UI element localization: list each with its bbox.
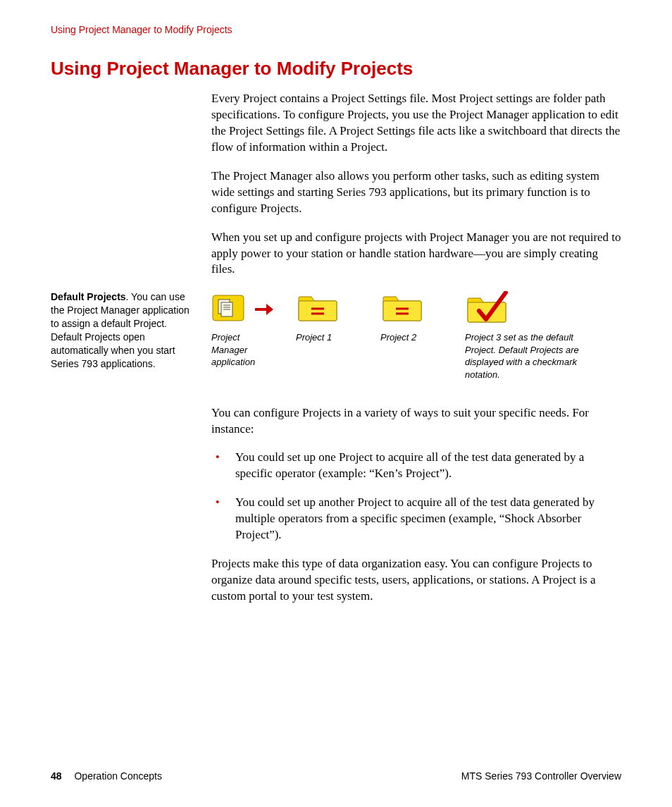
figure-section: Default Projects. You can use the Projec… (51, 290, 621, 381)
project-manager-app-icon (211, 290, 273, 326)
figure-caption: Project 1 (296, 331, 361, 344)
list-item: You could set up one Project to acquire … (211, 450, 621, 482)
figure-caption: Project 3 set as the default Project. De… (465, 331, 585, 381)
lead-in-block: You can configure Projects in a variety … (211, 405, 621, 605)
page-heading: Using Project Manager to Modify Projects (51, 58, 621, 80)
side-note-body: . You can use the Project Manager applic… (51, 291, 189, 369)
lead-in-text: You can configure Projects in a variety … (211, 405, 621, 438)
svg-marker-6 (255, 304, 273, 315)
figure-item-project2: Project 2 (380, 290, 445, 344)
footer-section: Operation Concepts (74, 770, 162, 782)
page-footer: 48 Operation Concepts MTS Series 793 Con… (51, 770, 621, 782)
figure-row: Project Manager application Project 1 (211, 290, 621, 381)
page-number: 48 (51, 770, 62, 782)
bullet-list: You could set up one Project to acquire … (211, 450, 621, 543)
running-header: Using Project Manager to Modify Projects (51, 24, 621, 35)
folder-equals-icon (296, 290, 340, 326)
intro-paragraph: When you set up and configure projects w… (211, 230, 621, 278)
intro-block: Every Project contains a Project Setting… (211, 91, 621, 278)
side-note-title: Default Projects (51, 291, 126, 302)
footer-left: 48 Operation Concepts (51, 770, 162, 782)
figure-caption: Project 2 (380, 331, 445, 344)
page: Using Project Manager to Modify Projects… (0, 0, 672, 807)
closing-paragraph: Projects make this type of data organiza… (211, 556, 621, 605)
folder-checkmark-icon (465, 290, 514, 326)
folder-equals-icon (380, 290, 424, 326)
figure-item-app: Project Manager application (211, 290, 276, 369)
intro-paragraph: Every Project contains a Project Setting… (211, 91, 621, 156)
figure-item-project3-default: Project 3 set as the default Project. De… (465, 290, 585, 381)
footer-doc-title: MTS Series 793 Controller Overview (461, 770, 621, 782)
side-note: Default Projects. You can use the Projec… (51, 290, 197, 370)
list-item: You could set up another Project to acqu… (211, 495, 621, 543)
figure-caption: Project Manager application (211, 331, 276, 369)
intro-paragraph: The Project Manager also allows you perf… (211, 168, 621, 217)
figure-item-project1: Project 1 (296, 290, 361, 344)
